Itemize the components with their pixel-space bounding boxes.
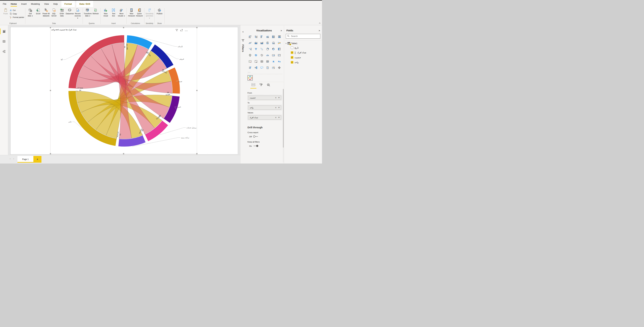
card-visual-icon[interactable]: 123: [272, 54, 275, 57]
field-checkbox[interactable]: [291, 61, 293, 63]
cross-report-toggle[interactable]: [253, 135, 258, 138]
decomposition-tree-visual-icon[interactable]: [254, 66, 258, 69]
q-and-a-visual-icon[interactable]: [260, 66, 263, 69]
line-and-clustered-column-chart-visual-icon[interactable]: [272, 41, 275, 44]
python-visual-visual-icon[interactable]: Py: [278, 60, 281, 63]
line-and-stacked-column-chart-visual-icon[interactable]: [266, 41, 269, 44]
report-view-button[interactable]: [0, 27, 8, 35]
field-checkbox[interactable]: [291, 51, 293, 54]
shape-map-visual-icon[interactable]: [260, 54, 263, 57]
field-checkbox[interactable]: [291, 56, 293, 59]
copy-button[interactable]: Copy: [10, 12, 24, 15]
field-row[interactable]: ∑تعداد افراد: [284, 50, 322, 55]
well-dropdown-icon[interactable]: ∨: [275, 106, 276, 109]
page-tab-page-1[interactable]: Page 1: [18, 156, 34, 163]
menu-home[interactable]: Home: [8, 1, 19, 7]
field-checkbox[interactable]: [291, 46, 293, 49]
quick-measure-button[interactable]: Quickmeasure: [136, 8, 143, 17]
power-bi-datasets-button[interactable]: Power BIdatasets: [42, 8, 50, 17]
funnel-chart-visual-icon[interactable]: [254, 48, 258, 50]
well-to[interactable]: واحد∨✕: [248, 105, 282, 110]
hundred-percent-stacked-column-chart-visual-icon[interactable]: [278, 35, 281, 38]
table-row-table1[interactable]: ∨Table1: [284, 40, 322, 45]
arcgis-map-visual-icon[interactable]: [272, 66, 275, 69]
well-values[interactable]: تعداد افراد∨✕: [248, 115, 282, 120]
dataverse-button[interactable]: Dataverse: [66, 8, 74, 15]
chord-visual-container[interactable]: تعداد افراد by جنسیت and واحد 0K19.63K0K…: [50, 27, 197, 154]
get-data-button[interactable]: Getdata ∨: [26, 8, 34, 17]
transform-data-button[interactable]: Transformdata ∨: [84, 8, 92, 17]
filters-rail-label[interactable]: Filters: [242, 44, 244, 52]
r-script-visual-visual-icon[interactable]: R: [272, 60, 275, 63]
menu-contextual-format[interactable]: Format: [62, 1, 75, 7]
well-dropdown-icon[interactable]: ∨: [275, 97, 276, 99]
tab-analytics[interactable]: [267, 83, 270, 88]
well-remove-icon[interactable]: ✕: [278, 97, 280, 99]
more-visual-options[interactable]: ...: [246, 69, 284, 74]
sql-server-button[interactable]: SQLServer: [50, 8, 58, 17]
recent-sources-button[interactable]: Recentsources ∨: [74, 8, 82, 19]
table-visual-icon[interactable]: [260, 60, 263, 63]
paginated-report-visual-icon[interactable]: [266, 66, 269, 69]
kpi-visual-icon[interactable]: [249, 60, 252, 63]
stacked-bar-chart-visual-icon[interactable]: [249, 35, 252, 38]
power-apps-visual-icon[interactable]: [278, 66, 281, 69]
treemap-visual-icon[interactable]: [278, 48, 281, 50]
field-row[interactable]: واحد: [284, 60, 322, 65]
menu-view[interactable]: View: [42, 1, 51, 7]
menu-help[interactable]: Help: [51, 1, 60, 7]
ribbon-chart-visual-icon[interactable]: [278, 41, 281, 44]
collapse-visualizations-icon[interactable]: >: [280, 29, 282, 32]
search-input[interactable]: [290, 35, 319, 37]
format-painter-button[interactable]: Format painter: [10, 15, 24, 19]
panel-scrollbar[interactable]: [283, 89, 284, 163]
power-automate-visual-icon[interactable]: [249, 66, 252, 69]
field-row[interactable]: جنسیت: [284, 55, 322, 60]
scatter-chart-visual-icon[interactable]: [260, 48, 263, 50]
line-chart-visual-icon[interactable]: [249, 41, 252, 44]
field-row[interactable]: تاریخ: [284, 45, 322, 50]
slicer-visual-icon[interactable]: [254, 60, 258, 63]
multi-row-card-visual-icon[interactable]: [278, 54, 281, 57]
excel-button[interactable]: XExcel: [34, 8, 42, 15]
expand-table-icon[interactable]: ∨: [286, 42, 286, 44]
publish-button[interactable]: Publish: [156, 8, 164, 15]
well-remove-icon[interactable]: ✕: [278, 106, 280, 109]
tab-format[interactable]: [260, 83, 262, 88]
pie-chart-visual-icon[interactable]: [266, 48, 269, 50]
text-box-button[interactable]: ATextbox: [110, 8, 118, 17]
tab-fields[interactable]: [252, 83, 255, 88]
refresh-button[interactable]: Refresh: [92, 8, 100, 15]
filled-map-visual-icon[interactable]: [254, 54, 258, 57]
donut-chart-visual-icon[interactable]: [272, 48, 275, 50]
waterfall-chart-visual-icon[interactable]: [249, 48, 252, 50]
previous-page-icon[interactable]: ‹: [10, 157, 10, 160]
menu-file[interactable]: File: [1, 1, 8, 7]
next-page-icon[interactable]: ›: [13, 157, 14, 160]
well-remove-icon[interactable]: ✕: [278, 116, 280, 119]
enter-data-button[interactable]: Enterdata: [58, 8, 66, 17]
new-visual-button[interactable]: Newvisual: [102, 8, 110, 17]
clustered-bar-chart-visual-icon[interactable]: [260, 35, 263, 38]
map-visual-icon[interactable]: [249, 54, 252, 57]
more-visuals-button[interactable]: Morevisuals ∨: [118, 8, 125, 17]
collapse-ribbon-icon[interactable]: [319, 21, 321, 24]
new-measure-button[interactable]: Newmeasure: [128, 8, 136, 17]
data-view-button[interactable]: [0, 37, 8, 45]
keep-all-filters-toggle[interactable]: [253, 145, 258, 148]
new-page-button[interactable]: +: [34, 156, 42, 163]
gauge-visual-icon[interactable]: [266, 54, 269, 57]
well-dropdown-icon[interactable]: ∨: [275, 116, 276, 119]
well-from[interactable]: جنسیت∨✕: [248, 95, 282, 100]
fields-search[interactable]: [286, 34, 320, 38]
menu-contextual-data-drill[interactable]: Data / Drill: [76, 1, 93, 7]
report-canvas[interactable]: تعداد افراد by جنسیت and واحد 0K19.63K0K…: [8, 25, 240, 155]
expand-filters-icon[interactable]: <: [242, 30, 244, 33]
matrix-visual-icon[interactable]: [266, 60, 269, 63]
cut-button[interactable]: Cut: [10, 8, 24, 12]
hundred-percent-stacked-bar-chart-visual-icon[interactable]: [272, 35, 275, 38]
area-chart-visual-icon[interactable]: [254, 41, 258, 44]
clustered-column-chart-visual-icon[interactable]: [266, 35, 269, 38]
chord-custom-visual-icon[interactable]: [248, 75, 253, 80]
model-view-button[interactable]: [0, 48, 8, 55]
